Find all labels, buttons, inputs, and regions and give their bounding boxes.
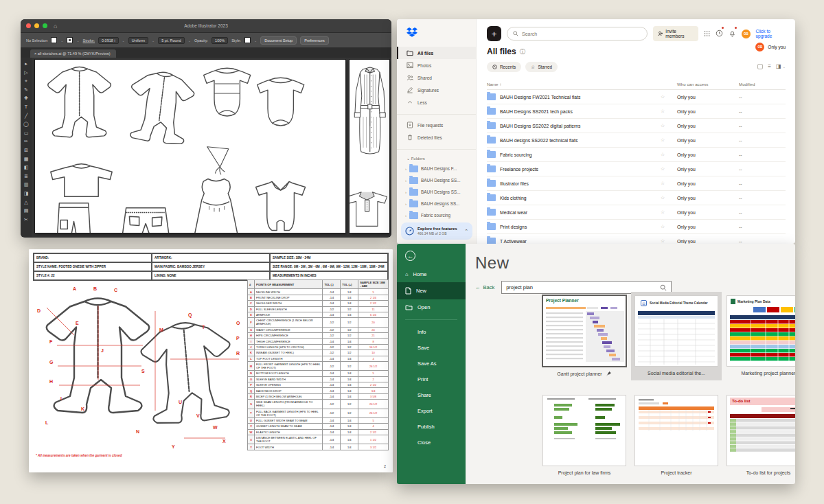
info-icon[interactable]: ⓘ	[520, 48, 525, 56]
artboard-1[interactable]	[35, 60, 345, 233]
pin-icon[interactable]	[606, 371, 612, 377]
recents-filter-button[interactable]: Recents	[487, 62, 521, 72]
star-icon[interactable]: ☆	[661, 137, 677, 143]
tool-icon[interactable]: ◧	[24, 163, 29, 172]
split-view-icon[interactable]: ◨ ⌄	[776, 63, 786, 69]
file-access[interactable]: Only you	[677, 124, 739, 128]
backstage-menu-item[interactable]: Export	[397, 403, 466, 419]
tool-icon[interactable]: △	[24, 198, 27, 207]
file-access[interactable]: Only you	[677, 181, 739, 186]
file-name[interactable]: Print designs	[500, 225, 527, 229]
file-row[interactable]: Fabric sourcing ☆ Only you --	[487, 148, 786, 162]
search-input[interactable]: Search	[507, 27, 648, 41]
template-card-marketing-planner[interactable]: Marketing Plan Data Marketing project pl…	[726, 295, 795, 377]
tool-icon[interactable]: ▸	[25, 60, 27, 69]
star-icon[interactable]: ☆	[661, 94, 677, 100]
file-row[interactable]: Freelance projects ☆ Only you --	[487, 162, 786, 176]
tool-icon[interactable]: ⌖	[25, 77, 27, 86]
star-icon[interactable]: ☆	[661, 181, 677, 186]
sidebar-folder-item[interactable]: › BAUH Designs F...	[397, 163, 476, 174]
template-card-todo-list[interactable]: To-do list To-do list for projects	[726, 395, 795, 475]
back-arrow-button[interactable]: ←	[405, 251, 415, 261]
backstage-menu-item[interactable]: Share	[397, 387, 466, 403]
star-icon[interactable]: ☆	[661, 209, 677, 215]
backstage-menu-item[interactable]: Close	[397, 435, 466, 450]
sidebar-folder-item[interactable]: › Fabric sourcing	[397, 209, 476, 221]
tool-icon[interactable]: ◯	[23, 120, 29, 129]
sidebar-item-file-requests[interactable]: File requests	[397, 119, 476, 131]
file-access[interactable]: Only you	[677, 109, 739, 114]
name-column-header[interactable]: Name ↑	[487, 82, 661, 87]
tool-icon[interactable]: ▤	[24, 207, 29, 216]
file-name[interactable]: BAUH designs SS2022 technical flats	[500, 138, 577, 143]
file-name[interactable]: Fabric sourcing	[500, 152, 531, 157]
sidebar-item-new[interactable]: New	[397, 282, 466, 299]
star-icon[interactable]: ☆	[661, 238, 677, 244]
sidebar-folder-item[interactable]: › BAUH designs SS...	[397, 198, 476, 209]
file-access[interactable]: Only you	[677, 95, 739, 100]
explore-features-banner[interactable]: Explore free features 466.34 MB of 2 GB …	[401, 222, 472, 240]
stroke-label[interactable]: Stroke:	[83, 38, 95, 43]
owner-avatar[interactable]: OB	[755, 43, 764, 51]
notifications-bell-icon[interactable]	[729, 27, 736, 40]
star-icon[interactable]: ☆	[661, 166, 677, 172]
file-name[interactable]: BAUH Designs SS2021 tech packs	[500, 109, 573, 114]
file-row[interactable]: BAUH Designs SS2021 tech packs ☆ Only yo…	[487, 104, 786, 119]
opacity-label[interactable]: Opacity:	[194, 38, 208, 43]
backstage-menu-item[interactable]: Save As	[397, 356, 466, 371]
expand-chevron-icon[interactable]: ›	[405, 214, 407, 218]
select-all-checkbox[interactable]	[757, 64, 763, 69]
template-card-project-tracker[interactable]: Project tracker	[634, 395, 718, 475]
tool-icon[interactable]: ✚	[24, 94, 28, 103]
file-name[interactable]: T Activewear	[500, 239, 527, 244]
file-name[interactable]: BAUH Designs SS2022 digital patterns	[500, 124, 581, 128]
variable-width-select[interactable]: Uniform	[128, 37, 148, 44]
sidebar-folder-item[interactable]: › BAUH Designs SS...	[397, 174, 476, 186]
file-row[interactable]: BAUH Designs SS2022 digital patterns ☆ O…	[487, 119, 786, 133]
file-name[interactable]: Illustrator files	[500, 181, 529, 186]
template-card-social-media[interactable]: ▤Social Media Editorial Theme Calendar S…	[631, 292, 722, 380]
star-icon[interactable]: ☆	[661, 108, 677, 114]
file-row[interactable]: Medical wear ☆ Only you --	[487, 205, 786, 220]
fill-swatch[interactable]	[51, 37, 57, 43]
tool-icon[interactable]: ▭	[24, 129, 29, 138]
document-setup-button[interactable]: Document Setup	[260, 36, 297, 45]
star-icon[interactable]: ☆	[661, 152, 677, 157]
file-access[interactable]: Only you	[677, 152, 739, 157]
recents-clock-icon[interactable]	[716, 27, 723, 40]
sidebar-item-all-files[interactable]: All files	[397, 47, 476, 59]
brush-select[interactable]: 5 pt. Round	[158, 37, 184, 44]
sidebar-item-less[interactable]: Less	[397, 96, 476, 108]
sidebar-item-home[interactable]: ⌂Home	[397, 266, 466, 282]
expand-chevron-icon[interactable]: ›	[405, 167, 407, 171]
file-name[interactable]: BAUH Designs FW2021 Technical flats	[500, 95, 580, 100]
artboard-2[interactable]	[350, 60, 389, 233]
style-label[interactable]: Style:	[231, 38, 241, 43]
invite-members-button[interactable]: Invite members	[653, 26, 698, 41]
file-row[interactable]: BAUH Designs FW2021 Technical flats ☆ On…	[487, 90, 786, 104]
preferences-button[interactable]: Preferences	[300, 36, 329, 45]
sidebar-item-shared[interactable]: Shared	[397, 71, 476, 84]
tool-icon[interactable]: ╱	[25, 112, 27, 121]
file-name[interactable]: Freelance projects	[500, 167, 538, 172]
tool-icon[interactable]: ▷	[24, 69, 27, 78]
backstage-menu-item[interactable]: Print	[397, 371, 466, 387]
file-access[interactable]: Only you	[677, 225, 739, 229]
backstage-menu-item[interactable]: Save	[397, 340, 466, 356]
star-icon[interactable]: ☆	[661, 195, 677, 201]
tool-icon[interactable]: T	[25, 103, 27, 112]
access-column-header[interactable]: Who can access	[677, 82, 739, 87]
expand-chevron-icon[interactable]: ›	[405, 190, 407, 194]
file-name[interactable]: Kids clothing	[500, 196, 527, 201]
stroke-width-input[interactable]: 0.0918 i	[98, 37, 119, 44]
tool-icon[interactable]: ▦	[24, 155, 29, 164]
file-access[interactable]: Only you	[677, 239, 739, 244]
sidebar-item-signatures[interactable]: Signatures	[397, 84, 476, 96]
expand-chevron-icon[interactable]: ›	[405, 202, 407, 206]
list-view-icon[interactable]: ≡	[768, 63, 771, 69]
style-swatch[interactable]	[244, 37, 251, 43]
file-row[interactable]: T Activewear ☆ Only you --	[487, 234, 786, 244]
apps-grid-icon[interactable]	[704, 30, 710, 37]
tool-icon[interactable]: ✏	[24, 137, 28, 146]
file-name[interactable]: Medical wear	[500, 210, 527, 215]
